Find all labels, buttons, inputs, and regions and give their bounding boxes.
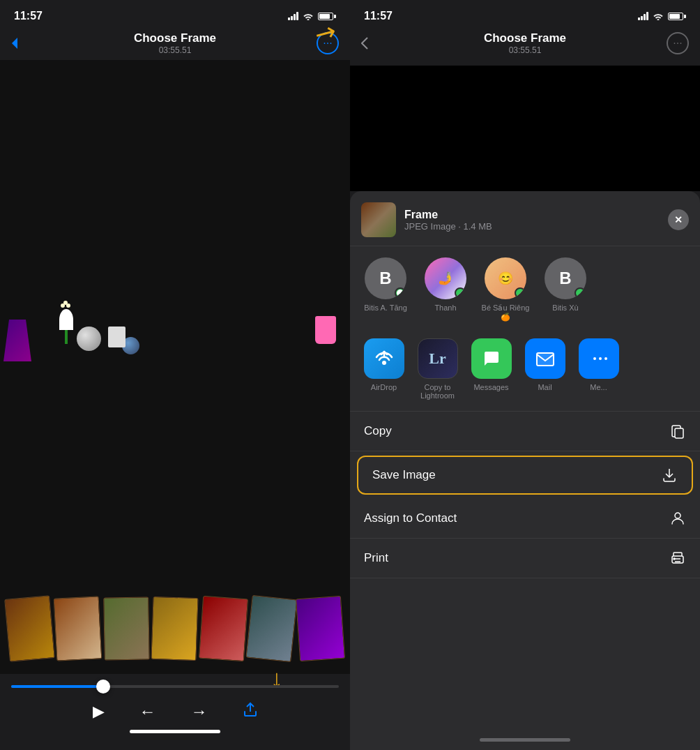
action-assign-label: Assign to Contact bbox=[364, 511, 457, 525]
status-icons-right bbox=[638, 12, 686, 20]
tarot-card bbox=[4, 595, 55, 661]
video-placeholder bbox=[0, 60, 350, 674]
message-badge-bitisxu bbox=[575, 287, 586, 299]
nav-title-right: Choose Frame 03:55.51 bbox=[484, 31, 566, 55]
tarot-card bbox=[54, 596, 102, 661]
messages-icon[interactable] bbox=[471, 338, 512, 379]
step-forward-button[interactable]: → bbox=[191, 702, 208, 721]
share-thumbnail bbox=[361, 202, 396, 237]
scrubber-thumb[interactable] bbox=[96, 680, 110, 693]
tarot-card bbox=[295, 596, 345, 661]
scrubber-track[interactable] bbox=[11, 685, 339, 688]
right-panel: 11:57 Choose Frame 03:55.51 ··· bbox=[350, 0, 700, 750]
back-button-left[interactable] bbox=[11, 37, 18, 50]
play-button[interactable]: ▶ bbox=[93, 703, 105, 721]
pink-cup bbox=[315, 316, 336, 344]
action-list: Copy Save Image Assign to Contact bbox=[350, 412, 700, 733]
time-right: 11:57 bbox=[364, 10, 393, 22]
contact-item[interactable]: 🤳 Thanh bbox=[421, 257, 470, 322]
arrow-annotation-bottom: ↓ bbox=[271, 664, 283, 693]
signal-icon-right bbox=[638, 12, 648, 20]
action-print[interactable]: Print bbox=[350, 539, 700, 578]
home-indicator-right bbox=[480, 738, 570, 742]
contact-name-bitis: Bitis A. Tăng bbox=[364, 303, 407, 312]
svg-rect-3 bbox=[675, 428, 683, 438]
nav-title-text-left: Choose Frame bbox=[134, 31, 216, 45]
tarot-cards-row bbox=[7, 590, 343, 660]
nav-title-left: Choose Frame 03:55.51 bbox=[134, 31, 216, 55]
tarot-scene bbox=[0, 306, 350, 674]
app-item-mail[interactable]: Mail bbox=[522, 338, 568, 400]
status-bar-left: 11:57 bbox=[0, 0, 350, 27]
message-badge-thanh bbox=[455, 287, 466, 299]
scrubber[interactable] bbox=[11, 685, 339, 688]
contact-initial: B bbox=[559, 269, 571, 288]
scrubber-fill bbox=[11, 685, 103, 688]
action-print-label: Print bbox=[364, 551, 388, 565]
video-area-left bbox=[0, 60, 350, 674]
action-save-image[interactable]: Save Image bbox=[357, 456, 693, 495]
bottom-controls: ↓ ▶ ← → bbox=[0, 674, 350, 750]
contact-avatar-thanh[interactable]: 🤳 bbox=[425, 257, 466, 299]
contact-icon bbox=[669, 510, 686, 527]
print-icon bbox=[669, 550, 686, 567]
app-item-messages[interactable]: Messages bbox=[469, 338, 514, 400]
share-file-name: Frame bbox=[404, 209, 660, 221]
wifi-icon-left bbox=[303, 12, 314, 20]
crystal-ball bbox=[77, 327, 101, 351]
signal-icon-left bbox=[288, 12, 298, 20]
save-icon bbox=[661, 467, 678, 483]
tarot-card bbox=[199, 596, 249, 661]
contact-initial: 🤳 bbox=[438, 271, 453, 286]
app-item-more[interactable]: Me... bbox=[576, 338, 621, 400]
back-button-right[interactable] bbox=[361, 37, 368, 50]
contact-item[interactable]: B Bitis A. Tăng bbox=[361, 257, 410, 322]
contact-initial: 😊 bbox=[498, 271, 513, 286]
share-button-left[interactable] bbox=[243, 702, 258, 721]
action-copy[interactable]: Copy bbox=[350, 412, 700, 451]
nav-subtitle-right: 03:55.51 bbox=[484, 45, 566, 55]
lightroom-label: Copy toLightroom bbox=[420, 383, 455, 400]
share-sheet: Frame JPEG Image · 1.4 MB ✕ B Bitis A. T… bbox=[350, 191, 700, 750]
airdrop-icon[interactable] bbox=[364, 338, 404, 379]
close-share-button[interactable]: ✕ bbox=[668, 209, 689, 230]
lr-text: Lr bbox=[429, 350, 446, 368]
more-button-right[interactable]: ··· bbox=[667, 32, 689, 54]
app-item-lightroom[interactable]: Lr Copy toLightroom bbox=[415, 338, 460, 400]
mail-icon[interactable] bbox=[525, 338, 565, 379]
battery-icon-right bbox=[668, 13, 686, 20]
contact-initial: B bbox=[379, 269, 391, 288]
nav-subtitle-left: 03:55.51 bbox=[134, 45, 216, 55]
step-back-button[interactable]: ← bbox=[139, 702, 156, 721]
message-badge-be bbox=[515, 287, 526, 299]
messages-label: Messages bbox=[473, 383, 508, 391]
svg-rect-1 bbox=[537, 353, 554, 366]
share-file-meta: JPEG Image · 1.4 MB bbox=[404, 221, 660, 232]
action-assign-contact[interactable]: Assign to Contact bbox=[350, 499, 700, 539]
app-item-airdrop[interactable]: AirDrop bbox=[361, 338, 406, 400]
flower-vase bbox=[56, 309, 77, 344]
more-icon[interactable] bbox=[579, 338, 619, 379]
lightroom-icon[interactable]: Lr bbox=[418, 338, 458, 379]
action-save-label: Save Image bbox=[372, 468, 436, 482]
contact-item[interactable]: 😊 Bé Sầu Riêng 🍊 bbox=[481, 257, 530, 322]
contact-item[interactable]: B Bitis Xù bbox=[541, 257, 590, 322]
contact-avatar-bitis[interactable]: B bbox=[365, 257, 406, 299]
contact-name-thanh: Thanh bbox=[434, 303, 456, 312]
more-label: Me... bbox=[590, 383, 607, 391]
contact-name-bitisxu: Bitis Xù bbox=[552, 303, 578, 312]
nav-bar-left: Choose Frame 03:55.51 ··· bbox=[0, 27, 350, 60]
svg-point-4 bbox=[675, 513, 680, 518]
contact-avatar-bitisxu[interactable]: B bbox=[545, 257, 586, 299]
svg-point-0 bbox=[382, 361, 386, 365]
contact-name-be: Bé Sầu Riêng 🍊 bbox=[481, 303, 530, 322]
nav-title-text-right: Choose Frame bbox=[484, 31, 566, 45]
home-indicator-left bbox=[130, 730, 220, 733]
tarot-card bbox=[151, 597, 199, 661]
message-badge bbox=[395, 287, 406, 299]
white-cup bbox=[108, 327, 125, 347]
left-panel: 11:57 Choose Frame 03:55.51 ··· bbox=[0, 0, 350, 750]
nav-bar-right: Choose Frame 03:55.51 ··· bbox=[350, 27, 700, 60]
share-header: Frame JPEG Image · 1.4 MB ✕ bbox=[350, 191, 700, 246]
contact-avatar-be[interactable]: 😊 bbox=[485, 257, 526, 299]
